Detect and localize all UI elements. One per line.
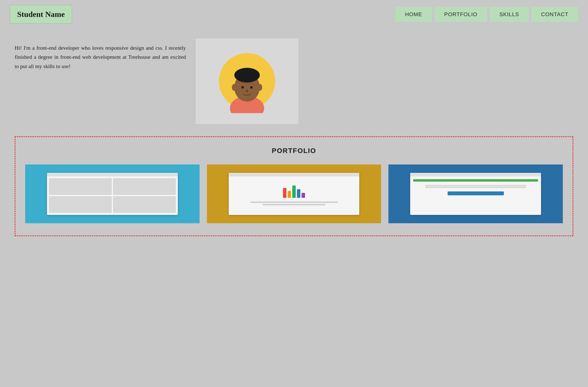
bar-3 (292, 185, 296, 198)
chart-labels (231, 201, 357, 206)
header: Student Name HOME PORTFOLIO SKILLS CONTA… (0, 0, 588, 29)
bar-1 (283, 188, 286, 198)
nav-portfolio[interactable]: PORTFOLIO (434, 7, 487, 22)
bar-4 (297, 189, 300, 198)
svg-point-10 (257, 84, 262, 91)
nav-contact[interactable]: CONTACT (531, 7, 578, 22)
form-btn (448, 191, 504, 195)
browser-content-2 (229, 176, 359, 215)
browser-bar-3 (410, 173, 541, 176)
portfolio-section: PORTFOLIO (15, 136, 573, 236)
layout-cell-1 (49, 178, 112, 195)
browser-bar-1 (47, 173, 178, 176)
form-green-bar (413, 179, 538, 182)
svg-point-8 (246, 90, 248, 92)
nav-skills[interactable]: SKILLS (490, 7, 529, 22)
portfolio-card-2[interactable] (207, 164, 381, 223)
avatar-box (196, 38, 298, 124)
layout-cell-3 (49, 196, 112, 213)
portfolio-card-3[interactable] (388, 164, 563, 223)
main-content: Hi! I'm a front-end developer who loves … (0, 29, 588, 251)
bar-5 (302, 193, 305, 198)
chart-bars (231, 178, 357, 199)
form-mockup (412, 178, 539, 196)
svg-point-9 (232, 84, 237, 91)
browser-mockup-2 (229, 173, 359, 215)
browser-mockup-3 (410, 173, 541, 215)
logo-box: Student Name (10, 5, 72, 24)
portfolio-card-1[interactable] (25, 164, 200, 223)
svg-point-5 (237, 70, 257, 83)
bio-text: Hi! I'm a front-end developer who loves … (15, 38, 186, 71)
nav-home[interactable]: HOME (395, 7, 432, 22)
logo-text: Student Name (17, 10, 65, 19)
svg-point-6 (241, 86, 244, 89)
portfolio-grid (25, 164, 563, 223)
browser-content-1 (47, 176, 178, 215)
browser-bar-2 (229, 173, 359, 176)
browser-mockup-1 (47, 173, 178, 215)
portfolio-title: PORTFOLIO (25, 147, 563, 155)
avatar-image (215, 49, 279, 113)
browser-content-3 (410, 176, 541, 215)
bio-section: Hi! I'm a front-end developer who loves … (15, 38, 573, 124)
layout-cell-4 (113, 196, 176, 213)
bar-2 (288, 191, 291, 198)
text-line-2 (263, 204, 325, 205)
navigation: HOME PORTFOLIO SKILLS CONTACT (395, 7, 578, 22)
layout-grid (49, 178, 176, 213)
form-input-line (426, 185, 525, 188)
layout-cell-2 (113, 178, 176, 195)
svg-point-7 (250, 86, 253, 89)
text-line-1 (250, 202, 337, 203)
